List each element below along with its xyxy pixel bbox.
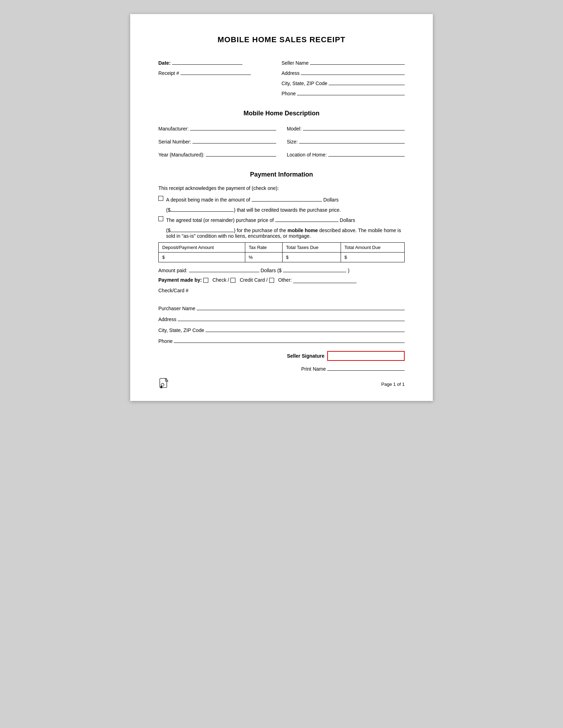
seller-phone-label: Phone bbox=[282, 91, 296, 96]
deposit-content: A deposit being made in the amount of Do… bbox=[166, 195, 405, 203]
year-label: Year (Manufactured): bbox=[158, 152, 204, 158]
size-label: Size: bbox=[287, 139, 298, 145]
year-field: Year (Manufactured): bbox=[158, 150, 276, 158]
checkcard-line: Check/Card # bbox=[158, 286, 405, 293]
purchase-checkbox[interactable] bbox=[158, 216, 163, 221]
size-field: Size: bbox=[287, 137, 405, 145]
serial-label: Serial Number: bbox=[158, 139, 191, 145]
col-total-amount: Total Amount Due bbox=[341, 243, 404, 253]
seller-phone-underline[interactable] bbox=[297, 89, 405, 95]
purchaser-address-underline[interactable] bbox=[178, 315, 405, 321]
purchase-dollar-underline[interactable] bbox=[170, 226, 234, 232]
col-tax-rate: Tax Rate bbox=[245, 243, 282, 253]
purchaser-name-line: Purchaser Name bbox=[158, 304, 405, 311]
print-name-line: Print Name bbox=[301, 364, 405, 372]
date-underline[interactable] bbox=[172, 58, 242, 65]
purchaser-address-label: Address bbox=[158, 317, 176, 322]
seller-signature-box[interactable] bbox=[327, 351, 405, 361]
cell-deposit[interactable]: $ bbox=[159, 253, 245, 262]
receipt-field-line: Receipt # bbox=[158, 69, 269, 76]
date-label: Date: bbox=[158, 60, 171, 66]
manufacturer-underline[interactable] bbox=[190, 124, 276, 130]
purchaser-phone-underline[interactable] bbox=[174, 337, 405, 343]
check-checkbox[interactable] bbox=[203, 278, 208, 283]
footer: Page 1 of 1 bbox=[158, 378, 405, 390]
amount-paid-underline[interactable] bbox=[189, 266, 259, 272]
table-data-row: $ % $ $ bbox=[159, 253, 405, 262]
serial-underline[interactable] bbox=[192, 137, 276, 143]
seller-section: Seller Name Address City, State, ZIP Cod… bbox=[282, 58, 405, 99]
purchaser-name-label: Purchaser Name bbox=[158, 306, 195, 311]
cell-total-amount[interactable]: $ bbox=[341, 253, 404, 262]
table-header-row: Deposit/Payment Amount Tax Rate Total Ta… bbox=[159, 243, 405, 253]
year-underline[interactable] bbox=[206, 150, 276, 157]
location-label: Location of Home: bbox=[287, 152, 327, 158]
manufacturer-field: Manufacturer: bbox=[158, 124, 276, 132]
deposit-text2: ) that will be credited towards the purc… bbox=[234, 207, 341, 213]
model-field: Model: bbox=[287, 124, 405, 132]
date-field-line: Date: bbox=[158, 58, 269, 66]
amount-paid-line: Amount paid: Dollars ($ ) bbox=[158, 266, 405, 273]
check-label: Check / bbox=[213, 277, 229, 283]
print-name-underline[interactable] bbox=[327, 364, 405, 371]
credit-card-checkbox[interactable] bbox=[230, 278, 235, 283]
deposit-text1: A deposit being made in the amount of bbox=[166, 197, 250, 203]
size-underline[interactable] bbox=[299, 137, 405, 143]
svg-rect-2 bbox=[160, 386, 162, 388]
manufacturer-model-row: Manufacturer: Model: bbox=[158, 124, 405, 134]
credit-card-label: Credit Card / bbox=[240, 277, 267, 283]
deposit-checkbox-item: A deposit being made in the amount of Do… bbox=[158, 195, 405, 203]
deposit-credit-line: ($) that will be credited towards the pu… bbox=[166, 205, 405, 213]
deposit-unit: Dollars bbox=[323, 197, 339, 203]
payment-section-title: Payment Information bbox=[158, 171, 405, 178]
payment-table: Deposit/Payment Amount Tax Rate Total Ta… bbox=[158, 242, 405, 262]
deposit-dollar-underline[interactable] bbox=[170, 205, 234, 212]
model-label: Model: bbox=[287, 126, 302, 132]
top-section: Date: Receipt # Seller Name Address City… bbox=[158, 58, 405, 99]
purchase-amount-underline[interactable] bbox=[275, 216, 339, 222]
footer-icon-area bbox=[158, 378, 170, 390]
seller-phone-line: Phone bbox=[282, 89, 405, 96]
purchaser-phone-label: Phone bbox=[158, 338, 172, 344]
seller-name-label: Seller Name bbox=[282, 60, 309, 66]
amount-paid-label: Amount paid: bbox=[158, 268, 188, 273]
svg-point-1 bbox=[161, 383, 164, 386]
cell-tax-rate[interactable]: % bbox=[245, 253, 282, 262]
seller-address-line: Address bbox=[282, 69, 405, 76]
purchaser-address-line: Address bbox=[158, 315, 405, 322]
document-icon bbox=[158, 378, 170, 389]
purchaser-city-underline[interactable] bbox=[205, 326, 405, 332]
document-title: MOBILE HOME SALES RECEIPT bbox=[158, 35, 405, 44]
mobile-home-section-title: Mobile Home Description bbox=[158, 110, 405, 117]
deposit-checkbox[interactable] bbox=[158, 196, 163, 201]
purchaser-city-line: City, State, ZIP Code bbox=[158, 326, 405, 333]
seller-signature-line: Seller Signature bbox=[287, 351, 405, 361]
purchaser-name-underline[interactable] bbox=[197, 304, 405, 310]
seller-address-underline[interactable] bbox=[301, 69, 405, 75]
amount-paid-dollar-underline[interactable] bbox=[283, 266, 346, 272]
location-underline[interactable] bbox=[328, 150, 405, 157]
serial-size-row: Serial Number: Size: bbox=[158, 137, 405, 147]
amount-paid-close: ) bbox=[348, 268, 349, 273]
seller-sig-label: Seller Signature bbox=[287, 353, 324, 359]
deposit-amount-underline[interactable] bbox=[252, 195, 322, 202]
purchaser-city-label: City, State, ZIP Code bbox=[158, 327, 204, 333]
other-checkbox[interactable] bbox=[269, 278, 274, 283]
seller-city-underline[interactable] bbox=[329, 79, 405, 85]
serial-field: Serial Number: bbox=[158, 137, 276, 145]
other-label: Other: bbox=[278, 277, 292, 283]
manufacturer-label: Manufacturer: bbox=[158, 126, 189, 132]
other-underline[interactable] bbox=[293, 277, 356, 283]
page-number: Page 1 of 1 bbox=[381, 382, 405, 387]
mobile-home-fields: Manufacturer: Model: Serial Number: Size… bbox=[158, 124, 405, 160]
cell-total-taxes[interactable]: $ bbox=[282, 253, 341, 262]
model-underline[interactable] bbox=[303, 124, 405, 130]
seller-city-label: City, State, ZIP Code bbox=[282, 81, 327, 86]
purchase-for-line: ($) for the purchase of the mobile home … bbox=[166, 226, 405, 239]
document-page: MOBILE HOME SALES RECEIPT Date: Receipt … bbox=[130, 14, 433, 401]
purchase-paren-open: ($ bbox=[166, 228, 170, 233]
col-total-taxes: Total Taxes Due bbox=[282, 243, 341, 253]
payment-made-label: Payment made by: bbox=[158, 277, 202, 283]
purchase-text1: The agreed total (or remainder) purchase… bbox=[166, 217, 274, 223]
receipt-underline[interactable] bbox=[181, 69, 251, 75]
